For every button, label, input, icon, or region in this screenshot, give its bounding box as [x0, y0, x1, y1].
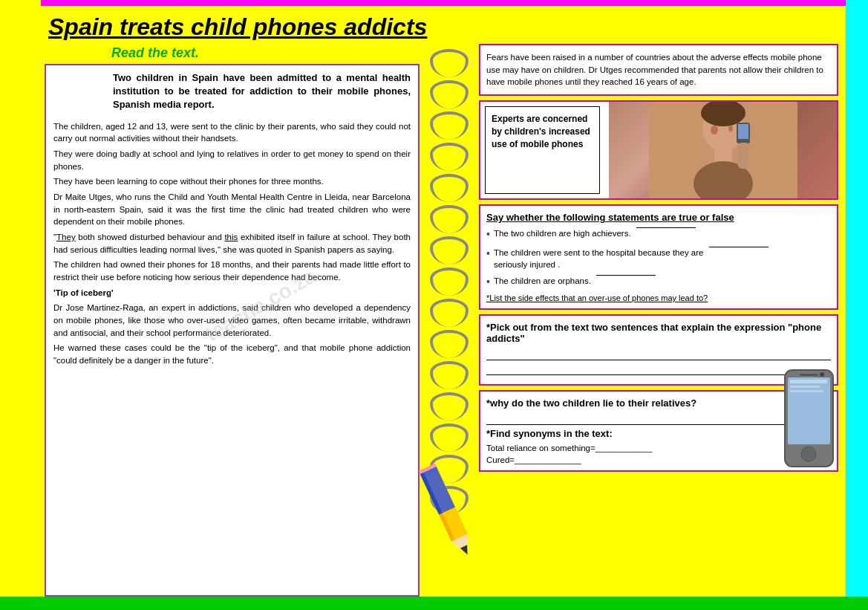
tf-answer-line-1	[636, 227, 696, 228]
phone-addicts-title: *Pick out from the text two sentences th…	[486, 322, 831, 344]
synonym-1: Total reliance on something=____________	[486, 444, 831, 452]
synonym-2: Cured=______________	[486, 455, 831, 464]
tf-statement-1: The two children are high achievers.	[494, 227, 631, 239]
tf-title: Say whether the following statements are…	[486, 212, 831, 223]
para-8: He warned these cases could be the "tip …	[53, 342, 411, 366]
expert-text-box: Experts are concerned by children's incr…	[485, 106, 600, 194]
ring-7	[430, 236, 469, 265]
ring-6	[430, 205, 469, 233]
expert-photo-inner	[609, 102, 837, 198]
expert-photo	[609, 102, 837, 198]
ring-9	[430, 299, 469, 327]
top-bar	[0, 0, 868, 6]
svg-rect-31	[738, 124, 748, 139]
read-text-label: Read the text.	[45, 44, 423, 64]
article-box: Two children in Spain have been admitted…	[45, 64, 420, 597]
tf-statement-2: The children were sent to the hospital b…	[494, 247, 704, 270]
expert-row: Experts are concerned by children's incr…	[479, 100, 838, 200]
synonyms-section: *Find synonyms in the text: Total relian…	[486, 428, 831, 464]
bottom-right: *Pick out from the text two sentences th…	[479, 314, 838, 597]
fill-line-1b	[486, 363, 831, 375]
info-box: Fears have been raised in a number of co…	[479, 44, 838, 96]
bullet-1: •	[486, 227, 490, 242]
main-content: Spain treats child phones addicts Read t…	[41, 6, 846, 597]
page-title: Spain treats child phones addicts	[48, 13, 427, 40]
svg-point-44	[820, 372, 824, 377]
para-7: Dr Jose Martinez-Raga, an expert in addi…	[53, 302, 411, 339]
seriously-injured: seriously injured	[494, 260, 555, 269]
tf-title-text: Say whether the following statements are…	[486, 212, 734, 223]
article-body: The children, aged 12 and 13, were sent …	[46, 117, 418, 373]
para-5: "They both showed disturbed behaviour an…	[53, 231, 411, 256]
bullet-2: •	[486, 247, 490, 262]
para-4: Dr Maite Utges, who runs the Child and Y…	[53, 191, 411, 228]
expert-text: Experts are concerned by children's incr…	[492, 114, 590, 149]
svg-rect-36	[738, 143, 749, 169]
tf-statement-3: The children are orphans.	[494, 275, 591, 287]
bottom-bar	[0, 597, 868, 610]
true-false-box: Say whether the following statements are…	[479, 204, 838, 310]
svg-point-32	[711, 126, 718, 134]
ring-1	[430, 49, 469, 77]
ring-13	[430, 424, 469, 452]
svg-rect-40	[790, 386, 820, 388]
para-3: They have been learning to cope without …	[53, 175, 411, 188]
article-lead-text: Two children in Spain have been admitted…	[113, 72, 411, 110]
ring-5	[430, 174, 469, 202]
left-bar	[0, 0, 41, 610]
why-lie-box: *why do the two children lie to their re…	[479, 390, 838, 472]
right-bar	[846, 0, 868, 610]
ring-8	[430, 267, 469, 296]
phone-right-image	[781, 366, 848, 463]
synonyms-title: *Find synonyms in the text:	[486, 428, 831, 439]
para-1: The children, aged 12 and 13, were sent …	[53, 120, 411, 145]
tf-item-3: • The children are orphans.	[486, 275, 831, 290]
svg-rect-41	[790, 390, 823, 392]
svg-rect-43	[800, 374, 818, 376]
ring-11	[430, 361, 469, 389]
tf-answer-line-2	[709, 247, 769, 247]
ring-2	[430, 80, 469, 108]
bullet-3: •	[486, 275, 490, 290]
fill-line-1a	[486, 348, 831, 360]
svg-point-42	[801, 447, 816, 461]
left-column: Read the text.	[45, 44, 423, 597]
para-2: They were doing badly at school and lyin…	[53, 148, 411, 172]
columns: Read the text.	[41, 44, 846, 597]
info-box-text: Fears have been raised in a number of co…	[486, 53, 823, 86]
tf-answer-line-3	[596, 275, 656, 276]
article-lead: Two children in Spain have been admitted…	[46, 65, 418, 117]
para-tip: 'Tip of iceberg'	[53, 287, 411, 299]
tf-item-2: • The children were sent to the hospital…	[486, 247, 831, 270]
ring-10	[430, 330, 469, 358]
ring-12	[430, 392, 469, 421]
why-lie-title: *why do the two children lie to their re…	[486, 398, 831, 409]
ring-4	[430, 143, 469, 171]
ring-3	[430, 111, 469, 140]
pencil-icon	[414, 461, 478, 554]
svg-rect-39	[790, 380, 827, 383]
tf-item-1: • The two children are high achievers.	[486, 227, 831, 242]
tf-note: *List the side effects that an over-use …	[486, 293, 831, 302]
title-area: Spain treats child phones addicts	[41, 6, 846, 44]
fill-line-2	[486, 413, 831, 425]
spiral-binding	[423, 44, 475, 597]
right-column: Fears have been raised in a number of co…	[475, 44, 842, 597]
para-6: The children had owned their phones for …	[53, 259, 411, 283]
svg-point-33	[728, 126, 733, 132]
